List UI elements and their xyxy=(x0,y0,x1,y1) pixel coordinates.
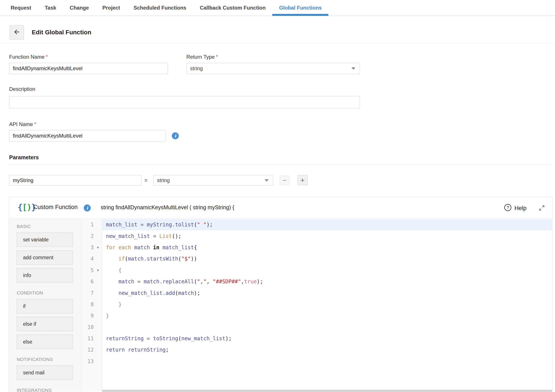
fold-toggle-icon[interactable]: ▼ xyxy=(94,268,102,272)
snippet-sidebar: BASICset variableadd commentinfoCONDITIO… xyxy=(9,219,81,392)
module-tabbar: RequestTaskChangeProjectScheduled Functi… xyxy=(0,0,555,16)
line-number: 9 xyxy=(81,313,94,319)
code-token: ( xyxy=(175,290,178,296)
tab-change[interactable]: Change xyxy=(63,0,96,15)
api-name-info-icon[interactable] xyxy=(172,132,179,139)
code-token: )) xyxy=(191,256,197,262)
tab-label: Global Functions xyxy=(279,5,322,11)
code-token: = xyxy=(138,222,147,228)
code-line[interactable]: new_match_list.add(match); xyxy=(102,287,552,299)
code-token xyxy=(106,278,118,285)
custom-function-icon: {[)} xyxy=(18,202,36,212)
code-token: "$" xyxy=(181,256,191,262)
code-token: match_list xyxy=(106,222,138,228)
line-number: 11 xyxy=(81,335,94,342)
tab-project[interactable]: Project xyxy=(96,0,127,15)
remove-parameter-button[interactable]: − xyxy=(280,176,289,185)
code-editor[interactable]: match_list = myString.tolist(" ");new_ma… xyxy=(102,219,552,392)
line-number: 6 xyxy=(81,278,94,285)
code-token: if xyxy=(118,256,125,262)
sidebar-section-condition: CONDITIONifelse ifelse xyxy=(17,290,81,349)
minus-icon: − xyxy=(283,177,287,184)
custom-function-info-icon[interactable] xyxy=(84,205,91,211)
code-token: for xyxy=(106,244,115,250)
code-token: true xyxy=(244,278,257,285)
sidebar-item-else-if[interactable]: else if xyxy=(17,317,73,331)
return-type-select[interactable]: string xyxy=(186,63,360,74)
code-token xyxy=(131,244,134,250)
tab-scheduled-functions[interactable]: Scheduled Functions xyxy=(127,0,193,15)
code-line[interactable]: if(match.startsWith("$")) xyxy=(102,253,552,264)
function-name-input[interactable] xyxy=(9,63,168,74)
description-input[interactable] xyxy=(9,96,360,108)
tab-callback-custom-function[interactable]: Callback Custom Function xyxy=(193,0,272,15)
gutter-row: 4 xyxy=(81,253,102,264)
tab-request[interactable]: Request xyxy=(4,0,38,15)
help-button[interactable]: ? Help xyxy=(504,204,526,213)
api-name-input[interactable] xyxy=(9,130,166,142)
code-token: return xyxy=(106,347,125,353)
code-line[interactable]: returnString = toString(new_match_list); xyxy=(102,333,552,344)
code-token: = xyxy=(150,233,159,239)
gutter-row: 10 xyxy=(81,322,102,333)
fullscreen-expand-icon[interactable] xyxy=(538,205,545,212)
function-signature: string findAllDynamicKeysMultiLevel ( st… xyxy=(101,204,234,211)
code-token: = xyxy=(144,335,153,342)
code-token: match xyxy=(178,290,194,296)
code-line[interactable]: new_match_list = List(); xyxy=(102,230,552,242)
custom-function-title: Custom Function xyxy=(33,204,78,211)
code-line[interactable]: } xyxy=(102,310,552,321)
custom-function-header: {[)} Custom Function string findAllDynam… xyxy=(9,197,552,219)
line-number: 13 xyxy=(81,358,94,364)
divider xyxy=(9,165,552,165)
code-line[interactable]: { xyxy=(102,265,552,276)
code-line[interactable] xyxy=(102,322,552,333)
chevron-down-icon xyxy=(265,179,269,182)
code-token: ); xyxy=(194,290,200,296)
gutter-row: 12 xyxy=(81,344,102,356)
gutter-row: 8 xyxy=(81,299,102,310)
sidebar-item-set-variable[interactable]: set variable xyxy=(17,233,73,247)
required-star: * xyxy=(216,54,218,59)
sidebar-item-if[interactable]: if xyxy=(17,299,73,313)
line-number: 5 xyxy=(81,267,94,273)
code-line[interactable] xyxy=(102,356,552,367)
parameter-type-select[interactable]: string xyxy=(153,175,273,185)
code-line[interactable]: return returnString; xyxy=(102,344,552,356)
back-button[interactable] xyxy=(10,25,24,40)
code-token: " " xyxy=(197,222,206,228)
code-token: ( xyxy=(125,256,128,262)
sidebar-section-title: CONDITION xyxy=(17,290,81,296)
parameter-name-input[interactable] xyxy=(9,175,141,185)
return-type-label: Return Type* xyxy=(186,54,218,60)
line-number: 4 xyxy=(81,256,94,262)
tab-task[interactable]: Task xyxy=(38,0,63,15)
sidebar-item-send-mail[interactable]: send mail xyxy=(17,365,73,380)
fold-toggle-icon[interactable]: ▼ xyxy=(94,246,102,249)
tab-global-functions[interactable]: Global Functions xyxy=(272,0,329,15)
svg-text:?: ? xyxy=(507,205,509,210)
code-token: toString xyxy=(153,335,178,342)
code-line[interactable]: match = match.replaceAll(",", "##SDP##",… xyxy=(102,276,552,287)
custom-function-panel: {[)} Custom Function string findAllDynam… xyxy=(9,197,552,392)
editor-gutter: 123▼45▼678910111213 xyxy=(81,219,102,392)
code-line[interactable]: } xyxy=(102,299,552,310)
sidebar-section-title: NOTIFICATIONS xyxy=(17,357,81,362)
line-number: 10 xyxy=(81,324,94,330)
add-parameter-button[interactable]: + xyxy=(298,175,307,185)
sidebar-item-add-comment[interactable]: add comment xyxy=(17,250,73,265)
gutter-row: 3▼ xyxy=(81,242,102,253)
gutter-row: 13 xyxy=(81,356,102,367)
code-token: { xyxy=(194,244,197,250)
code-line[interactable]: for each match in match_list{ xyxy=(102,242,552,253)
tab-label: Callback Custom Function xyxy=(200,5,266,11)
horizontal-scrollbar[interactable] xyxy=(102,390,552,392)
code-token: returnString xyxy=(128,347,166,353)
code-token: , xyxy=(241,278,244,285)
code-token: match.replaceAll xyxy=(144,278,194,285)
sidebar-item-else[interactable]: else xyxy=(17,335,73,349)
code-line[interactable]: match_list = myString.tolist(" "); xyxy=(102,219,552,230)
code-token: match.startsWith xyxy=(128,256,178,262)
sidebar-item-info[interactable]: info xyxy=(17,268,73,283)
code-token: new_match_list.add xyxy=(118,290,175,296)
